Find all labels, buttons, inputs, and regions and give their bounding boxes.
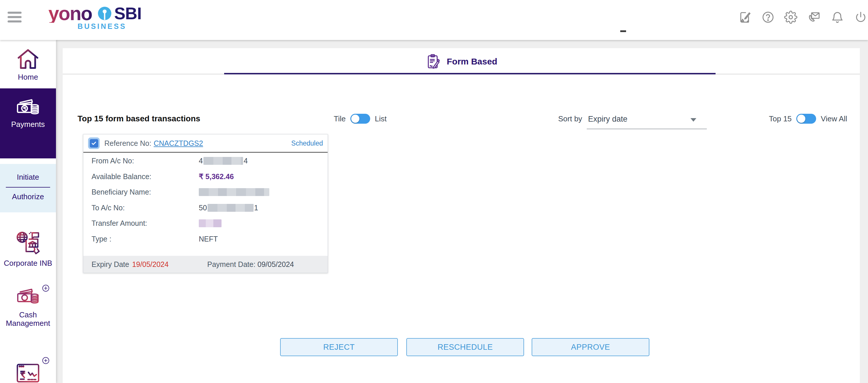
payments-icon (14, 95, 42, 120)
reject-button[interactable]: REJECT (280, 338, 398, 356)
field-row-type: Type : NEFT (83, 231, 328, 247)
sort-dropdown-value: Expiry date (588, 115, 627, 124)
field-row-from-account: From A/c No: 44 (83, 153, 328, 169)
main-content-panel: Form Based Top 15 form based transaction… (63, 48, 860, 383)
forex-chart-icon (14, 360, 41, 383)
payment-date-label: Payment Date: (207, 260, 255, 268)
transaction-card-body: From A/c No: 44 Available Balance: ₹ 5,3… (83, 153, 328, 247)
field-row-to-account: To A/c No: 501 (83, 200, 328, 216)
field-label: To A/c No: (92, 204, 199, 212)
field-value: ₹ 5,362.46 (199, 172, 234, 181)
hamburger-bar (7, 21, 22, 23)
reference-no-label: Reference No: (104, 139, 151, 148)
sidebar-payments-label: Payments (0, 120, 56, 129)
app-header: yono SBI BUSINESS (0, 0, 868, 40)
transaction-card-header: Reference No: CNACZTDGS2 Scheduled (83, 135, 328, 152)
sidebar-item-home[interactable]: Home (0, 48, 56, 82)
redacted-value (199, 219, 221, 227)
transaction-checkbox[interactable] (88, 138, 100, 149)
sidebar-item-cash-management[interactable]: Cash Management (0, 285, 56, 328)
sidebar-cash-label-line1: Cash (0, 311, 56, 319)
contact-icon[interactable] (807, 10, 821, 24)
field-value-prefix: 4 (199, 157, 203, 165)
cash-management-icon (14, 285, 42, 309)
field-value-suffix: 1 (254, 204, 258, 212)
field-row-transfer-amount: Transfer Amount: (83, 215, 328, 231)
sidebar-home-label: Home (0, 72, 56, 82)
chevron-down-icon (690, 118, 696, 122)
redacted-value (208, 204, 254, 212)
tab-form-based[interactable]: Form Based (63, 51, 860, 72)
submenu-divider (6, 187, 50, 187)
view-all-toggle-label: View All (821, 114, 847, 123)
field-row-beneficiary-name: Beneficiary Name: (83, 184, 328, 200)
redacted-value (204, 157, 243, 165)
logo-sbi-text: SBI (114, 3, 142, 23)
hamburger-menu-icon[interactable] (7, 12, 22, 25)
sort-dropdown[interactable]: Expiry date (587, 112, 707, 129)
complaint-icon[interactable] (738, 10, 751, 24)
expiry-date-value: 19/05/2024 (132, 260, 168, 269)
plus-badge-icon[interactable] (42, 285, 50, 292)
help-icon[interactable] (761, 10, 775, 24)
corporate-inb-icon (13, 230, 42, 258)
logo-business-text: BUSINESS (78, 22, 126, 31)
action-buttons-row: REJECT RESCHEDULE APPROVE (63, 338, 860, 357)
sidebar-subitem-initiate[interactable]: Initiate (0, 173, 56, 182)
toggle-knob (797, 115, 805, 123)
transaction-card-footer: Expiry Date 19/05/2024 Payment Date: 09/… (83, 256, 328, 273)
hamburger-bar (7, 16, 22, 18)
checkmark-icon (91, 140, 97, 146)
reschedule-button[interactable]: RESCHEDULE (406, 338, 524, 356)
sidebar-item-corporate-inb[interactable]: Corporate INB (0, 230, 56, 268)
expiry-date-label: Expiry Date (92, 260, 129, 269)
hamburger-bar (7, 12, 22, 14)
form-based-clipboard-icon (425, 53, 441, 70)
sidebar-payments-submenu: Initiate Authorize (0, 164, 56, 212)
tile-toggle-label: Tile (334, 114, 346, 123)
sort-by-label: Sort by (558, 114, 582, 123)
plus-badge-icon[interactable] (42, 357, 50, 364)
sidebar: Home Payments Initiate (0, 40, 56, 383)
home-icon (16, 48, 40, 71)
toggle-knob (351, 115, 360, 123)
field-label: Available Balance: (92, 172, 199, 181)
power-icon[interactable] (854, 10, 867, 24)
tab-bar: Form Based (63, 48, 860, 75)
active-tab-underline (224, 73, 716, 75)
tile-list-toggle[interactable] (350, 114, 370, 124)
sidebar-subitem-authorize[interactable]: Authorize (0, 192, 56, 201)
settings-icon[interactable] (784, 10, 798, 24)
section-title: Top 15 form based transactions (78, 114, 200, 123)
field-label: From A/c No: (92, 157, 199, 165)
tab-form-based-label: Form Based (447, 57, 497, 66)
yono-sbi-business-app: yono SBI BUSINESS (0, 0, 868, 383)
sidebar-cash-label-line2: Management (0, 319, 56, 328)
field-label: Transfer Amount: (92, 219, 199, 228)
logo-yono-text: yono (49, 4, 92, 23)
top15-viewall-toggle[interactable] (796, 114, 816, 124)
transaction-card: Reference No: CNACZTDGS2 Scheduled From … (83, 134, 328, 273)
list-toggle-label: List (375, 114, 386, 123)
status-badge: Scheduled (291, 140, 323, 147)
payment-date-value: 09/05/2024 (257, 260, 294, 268)
field-value-suffix: 4 (244, 157, 248, 165)
yono-sbi-logo: yono SBI BUSINESS (49, 3, 145, 33)
field-label: Beneficiary Name: (92, 188, 199, 196)
sidebar-corporate-inb-label: Corporate INB (0, 259, 56, 268)
field-row-available-balance: Available Balance: ₹ 5,362.46 (83, 169, 328, 185)
field-value: NEFT (199, 235, 218, 243)
top15-toggle-label: Top 15 (769, 114, 792, 123)
notifications-icon[interactable] (831, 10, 844, 24)
approve-button[interactable]: APPROVE (532, 338, 649, 356)
field-label: Type : (92, 235, 199, 243)
partial-dropdown-caret (620, 30, 626, 32)
redacted-value (199, 188, 269, 196)
list-toolbar: Top 15 form based transactions Tile List… (63, 109, 860, 128)
field-value-prefix: 50 (199, 204, 207, 212)
sbi-keyhole-icon (97, 6, 112, 21)
reference-no-link[interactable]: CNACZTDGS2 (154, 139, 203, 148)
sidebar-item-payments[interactable]: Payments (0, 88, 56, 158)
